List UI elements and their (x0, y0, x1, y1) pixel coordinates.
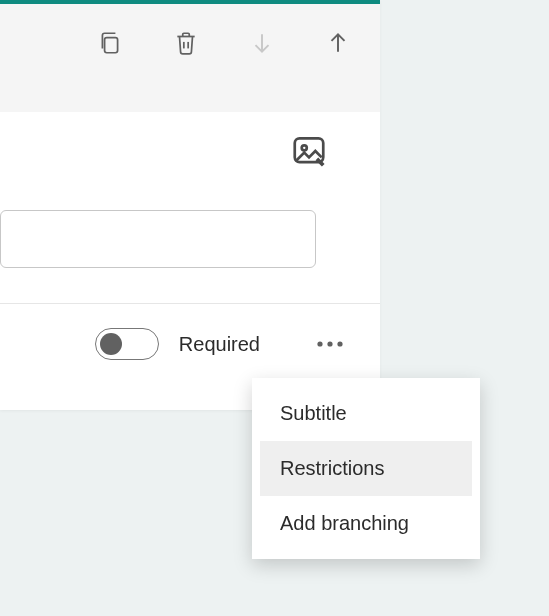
more-options-menu: Subtitle Restrictions Add branching (252, 378, 480, 559)
more-options-button[interactable] (308, 326, 352, 362)
question-body: Required (0, 112, 380, 410)
question-title-row (0, 112, 358, 192)
question-footer: Required (0, 304, 358, 388)
toggle-knob (100, 333, 122, 355)
svg-point-2 (302, 145, 307, 150)
svg-rect-0 (105, 38, 118, 53)
required-label: Required (179, 333, 260, 356)
image-icon (290, 132, 328, 170)
insert-image-button[interactable] (290, 132, 328, 170)
copy-icon (97, 30, 123, 56)
svg-point-3 (317, 341, 322, 346)
required-toggle[interactable] (95, 328, 159, 360)
delete-button[interactable] (169, 26, 203, 60)
answer-input[interactable] (0, 210, 316, 268)
trash-icon (173, 30, 199, 56)
svg-point-5 (337, 341, 342, 346)
move-down-button[interactable] (245, 26, 279, 60)
svg-point-4 (327, 341, 332, 346)
menu-item-add-branching[interactable]: Add branching (260, 496, 472, 551)
move-up-button[interactable] (321, 26, 355, 60)
more-horizontal-icon (315, 339, 345, 349)
question-toolbar (0, 4, 380, 112)
menu-item-restrictions[interactable]: Restrictions (260, 441, 472, 496)
question-card: Required (0, 0, 380, 410)
arrow-down-icon (249, 30, 275, 56)
menu-item-subtitle[interactable]: Subtitle (260, 386, 472, 441)
copy-button[interactable] (93, 26, 127, 60)
arrow-up-icon (325, 30, 351, 56)
